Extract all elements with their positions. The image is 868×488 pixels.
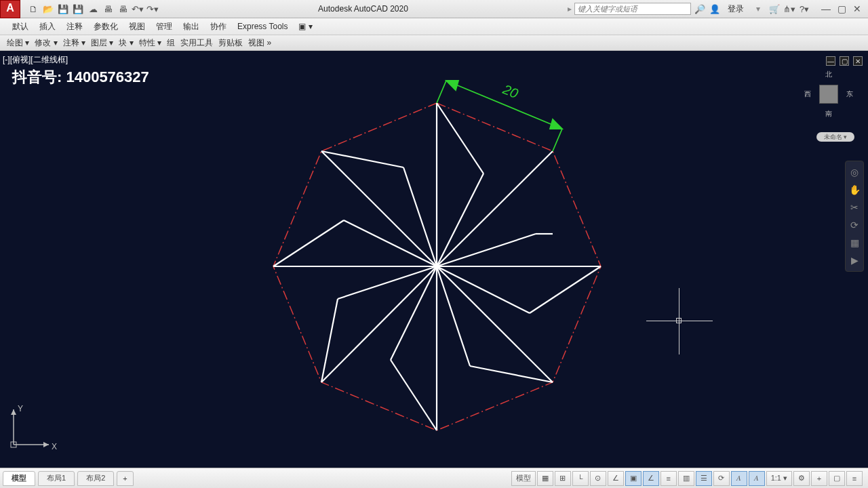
close-icon[interactable]: ✕ [853,3,861,14]
status-ortho-icon[interactable]: └ [572,471,589,486]
tab-layout1[interactable]: 布局1 [38,471,75,486]
tab-express[interactable]: Express Tools [237,22,288,31]
tab-view[interactable]: 视图 [129,21,145,33]
tab-layout2[interactable]: 布局2 [77,471,114,486]
panel-modify[interactable]: 修改 ▾ [35,37,57,49]
svg-line-15 [321,266,437,382]
tab-manage[interactable]: 管理 [156,21,172,33]
open-icon[interactable]: 📂 [42,3,54,15]
panel-util[interactable]: 实用工具 [180,37,213,49]
svg-line-9 [437,266,553,382]
svg-line-11 [470,366,553,382]
status-qp-icon[interactable]: ☰ [696,471,712,486]
panel-group[interactable]: 组 [167,37,175,49]
svg-line-17 [321,299,338,382]
status-grid-icon[interactable]: ▦ [537,471,553,486]
svg-marker-31 [11,409,16,415]
status-custom-icon[interactable]: ≡ [846,471,863,486]
status-polar-icon[interactable]: ⊙ [590,471,606,486]
svg-line-25 [553,129,562,151]
tab-add[interactable]: + [117,471,133,486]
tab-insert[interactable]: 插入 [39,21,56,33]
window-controls: — ▢ ✕ [814,3,868,14]
cad-geometry: 20 [0,51,868,468]
star [273,103,601,430]
svg-marker-28 [550,119,562,129]
svg-line-16 [338,266,437,299]
binoculars-icon[interactable]: 🔎 [694,3,706,15]
login-drop-icon[interactable]: ▾ [751,4,766,14]
svg-line-13 [391,266,437,360]
tab-output[interactable]: 输出 [183,21,199,33]
svg-line-14 [391,360,437,430]
ucs-x: X [52,442,57,451]
tab-parametric[interactable]: 参数化 [94,21,118,33]
login-button[interactable]: 登录 [724,3,748,15]
drawing-canvas[interactable]: [-][俯视][二维线框] 抖音号: 1400576327 — ▢ ✕ 北 南 … [0,51,868,468]
status-bar: 模型 布局1 布局2 + 模型 ▦ ⊞ └ ⊙ ∠ ▣ ∠ ≡ ▥ ☰ ⟳ 𝐴 … [0,468,868,488]
panel-annotate[interactable]: 注释 ▾ [63,37,85,49]
app-store-icon[interactable]: ⋔▾ [783,3,795,15]
status-scale[interactable]: 1:1 ▾ [766,471,792,486]
status-right: 模型 ▦ ⊞ └ ⊙ ∠ ▣ ∠ ≡ ▥ ☰ ⟳ 𝐴 𝐴 1:1 ▾ ⚙ + ▢… [506,471,868,486]
tab-extra[interactable]: ▣ ▾ [298,22,312,31]
cart-icon[interactable]: 🛒 [768,3,781,15]
status-trans-icon[interactable]: ▥ [678,471,694,486]
redo-icon[interactable]: ↷▾ [146,3,159,15]
title-bar: A 🗋 📂 💾 💾 ☁ 🖶 🖶 ↶▾ ↷▾ Autodesk AutoCAD 2… [0,0,868,18]
svg-line-2 [437,103,484,174]
status-track-icon[interactable]: ∠ [643,471,659,486]
svg-line-1 [437,174,484,266]
saveas-icon[interactable]: 💾 [72,3,84,15]
panel-view[interactable]: 视图 » [248,37,271,49]
svg-marker-27 [446,81,458,90]
new-icon[interactable]: 🗋 [27,3,39,15]
panel-layer[interactable]: 图层 ▾ [91,37,113,49]
search-wrap: ▸ 🔎 👤 登录 ▾ 🛒 ⋔▾ ?▾ [564,3,814,15]
svg-marker-32 [43,442,49,447]
signin-icon[interactable]: 👤 [709,3,721,15]
panel-clip[interactable]: 剪贴板 [218,37,243,49]
svg-line-8 [530,266,601,313]
svg-line-3 [437,151,553,266]
status-clean-icon[interactable]: ▢ [829,471,845,486]
help-icon[interactable]: ?▾ [798,3,810,15]
search-input[interactable] [574,3,691,15]
tab-collab[interactable]: 协作 [210,21,226,33]
status-cycle-icon[interactable]: ⟳ [713,471,730,486]
minimize-icon[interactable]: — [821,3,831,14]
status-ann2-icon[interactable]: 𝐴 [749,471,765,486]
cloud-icon[interactable]: ☁ [87,3,99,15]
panel-props[interactable]: 特性 ▾ [139,37,161,49]
panel-draw[interactable]: 绘图 ▾ [7,37,29,49]
svg-line-24 [437,81,446,103]
status-monitor-icon[interactable]: + [811,471,827,486]
tab-model[interactable]: 模型 [3,471,35,486]
dimension [437,81,562,151]
tab-default[interactable]: 默认 [12,21,28,33]
plot2-icon[interactable]: 🖶 [117,3,129,15]
status-lwt-icon[interactable]: ≡ [660,471,677,486]
status-ann-icon[interactable]: 𝐴 [731,471,747,486]
dimension-text: 20 [500,81,521,101]
undo-icon[interactable]: ↶▾ [132,3,144,15]
quick-access-toolbar: 🗋 📂 💾 💾 ☁ 🖶 🖶 ↶▾ ↷▾ [23,3,163,15]
ucs-y: Y [18,404,23,413]
search-arrow-icon: ▸ [568,4,572,14]
status-gear-icon[interactable]: ⚙ [793,471,810,486]
save-icon[interactable]: 💾 [57,3,69,15]
tab-annotate[interactable]: 注释 [66,21,83,33]
ucs-icon: Y X [9,404,57,451]
status-model[interactable]: 模型 [511,471,536,486]
ribbon-panels: 绘图 ▾ 修改 ▾ 注释 ▾ 图层 ▾ 块 ▾ 特性 ▾ 组 实用工具 剪贴板 … [0,35,868,51]
status-iso-icon[interactable]: ∠ [608,471,624,486]
panel-block[interactable]: 块 ▾ [119,37,133,49]
svg-line-4 [437,234,536,266]
plot-icon[interactable]: 🖶 [102,3,114,15]
app-title: Autodesk AutoCAD 2020 [163,4,564,14]
app-logo[interactable]: A [0,0,20,18]
status-osnap-icon[interactable]: ▣ [625,471,642,486]
status-snap-icon[interactable]: ⊞ [555,471,571,486]
ribbon-tabs: 默认 插入 注释 参数化 视图 管理 输出 协作 Express Tools ▣… [0,18,868,35]
restore-icon[interactable]: ▢ [837,3,846,14]
